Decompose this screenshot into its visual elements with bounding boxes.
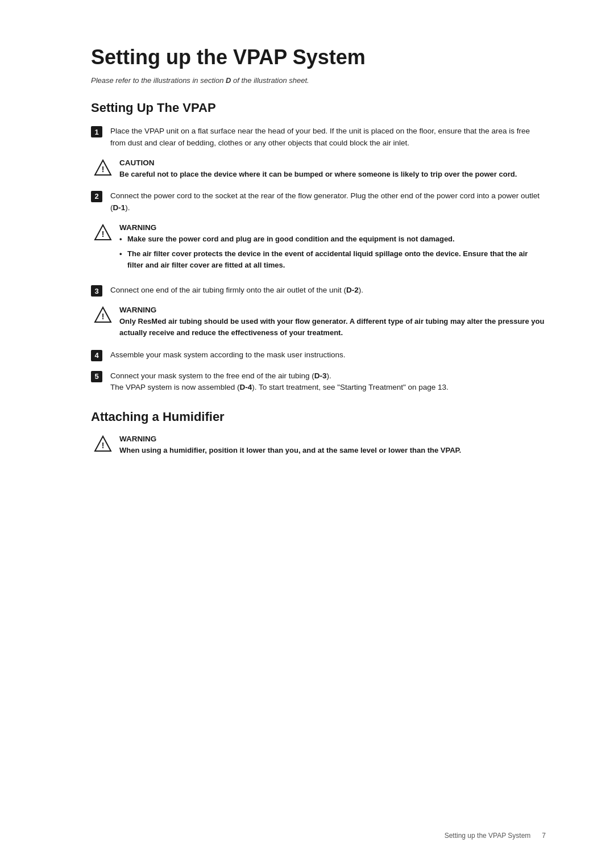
footer-page: 7 (542, 832, 546, 840)
warning-label-1: WARNING (119, 223, 546, 232)
step-5: 5 Connect your mask system to the free e… (91, 370, 546, 394)
warning-text-2: Only ResMed air tubing should be used wi… (119, 316, 546, 339)
caution-text-1: Be careful not to place the device where… (119, 169, 546, 180)
warning-content-3: WARNING When using a humidifier, positio… (119, 435, 546, 456)
step-4-text: Assemble your mask system according to t… (110, 349, 546, 361)
step-5-number: 5 (91, 371, 102, 382)
step-2-text: Connect the power cord to the socket at … (110, 190, 546, 214)
caution-label-1: CAUTION (119, 158, 546, 167)
step-5-text: Connect your mask system to the free end… (110, 370, 546, 394)
warning-icon-3: ! (93, 435, 113, 454)
section2: Attaching a Humidifier ! WARNING When us… (91, 410, 546, 456)
page: Setting up the VPAP System Please refer … (0, 0, 614, 868)
footer-text: Setting up the VPAP System (445, 832, 531, 840)
warning-text-3: When using a humidifier, position it low… (119, 445, 546, 456)
caution-block-1: ! CAUTION Be careful not to place the de… (91, 158, 546, 180)
footer: Setting up the VPAP System 7 (445, 832, 546, 840)
step-3: 3 Connect one end of the air tubing firm… (91, 285, 546, 297)
subtitle: Please refer to the illustrations in sec… (91, 76, 546, 85)
step-3-number: 3 (91, 285, 102, 297)
svg-text:!: ! (102, 441, 105, 450)
warning-block-3: ! WARNING When using a humidifier, posit… (91, 435, 546, 456)
step-2: 2 Connect the power cord to the socket a… (91, 190, 546, 214)
step-1-text: Place the VPAP unit on a flat surface ne… (110, 126, 546, 149)
step-3-text: Connect one end of the air tubing firmly… (110, 285, 546, 297)
warning-block-2: ! WARNING Only ResMed air tubing should … (91, 306, 546, 339)
svg-text:!: ! (102, 229, 105, 239)
warning-text-1: Make sure the power cord and plug are in… (119, 233, 546, 271)
caution-content-1: CAUTION Be careful not to place the devi… (119, 158, 546, 180)
step-4-number: 4 (91, 350, 102, 361)
warning-block-1: ! WARNING Make sure the power cord and p… (91, 223, 546, 274)
warning-content-1: WARNING Make sure the power cord and plu… (119, 223, 546, 274)
step-2-number: 2 (91, 191, 102, 202)
warning-icon-2: ! (93, 306, 113, 325)
warning-content-2: WARNING Only ResMed air tubing should be… (119, 306, 546, 339)
step-4: 4 Assemble your mask system according to… (91, 349, 546, 361)
svg-text:!: ! (102, 165, 105, 174)
warning-label-2: WARNING (119, 306, 546, 314)
page-title: Setting up the VPAP System (91, 45, 546, 69)
section1-heading: Setting Up The VPAP (91, 101, 546, 115)
section2-heading: Attaching a Humidifier (91, 410, 546, 424)
warning-icon-1: ! (93, 223, 113, 243)
caution-icon-1: ! (93, 158, 113, 178)
svg-text:!: ! (102, 312, 105, 321)
step-1-number: 1 (91, 126, 102, 137)
step-1: 1 Place the VPAP unit on a flat surface … (91, 126, 546, 149)
warning-label-3: WARNING (119, 435, 546, 443)
